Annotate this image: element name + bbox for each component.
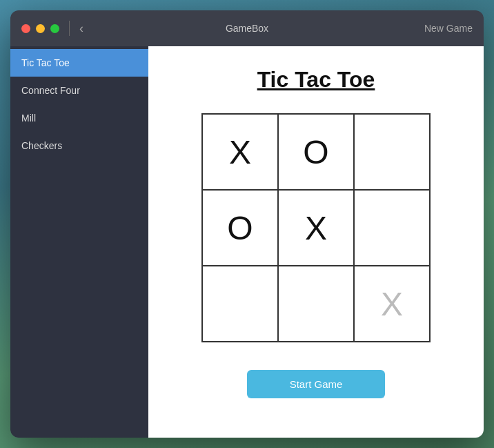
main-layout: Tic Tac Toe Connect Four Mill Checkers T… bbox=[10, 46, 484, 438]
board-cell-3[interactable]: O bbox=[202, 190, 278, 266]
start-game-button[interactable]: Start Game bbox=[247, 370, 385, 398]
board-cell-6[interactable] bbox=[202, 266, 278, 342]
new-game-button[interactable]: New Game bbox=[424, 23, 473, 34]
sidebar-item-mill[interactable]: Mill bbox=[10, 104, 148, 132]
app-title: GameBox bbox=[226, 23, 268, 34]
board-cell-7[interactable] bbox=[278, 266, 354, 342]
titlebar-divider bbox=[69, 21, 70, 36]
board-cell-2[interactable] bbox=[354, 114, 430, 190]
titlebar: ‹ GameBox New Game bbox=[10, 10, 484, 46]
game-board: XOOXX bbox=[201, 113, 431, 342]
game-title: Tic Tac Toe bbox=[257, 67, 375, 92]
board-cell-5[interactable] bbox=[354, 190, 430, 266]
board-cell-4[interactable]: X bbox=[278, 190, 354, 266]
board-cell-0[interactable]: X bbox=[202, 114, 278, 190]
sidebar-item-tic-tac-toe[interactable]: Tic Tac Toe bbox=[10, 49, 148, 77]
game-content: Tic Tac Toe XOOXX Start Game bbox=[148, 46, 484, 438]
maximize-button[interactable] bbox=[50, 24, 59, 33]
minimize-button[interactable] bbox=[36, 24, 45, 33]
traffic-lights bbox=[21, 24, 59, 33]
close-button[interactable] bbox=[21, 24, 30, 33]
sidebar-item-checkers[interactable]: Checkers bbox=[10, 132, 148, 159]
sidebar: Tic Tac Toe Connect Four Mill Checkers bbox=[10, 46, 148, 438]
back-button[interactable]: ‹ bbox=[79, 22, 83, 35]
board-cell-1[interactable]: O bbox=[278, 114, 354, 190]
app-window: ‹ GameBox New Game Tic Tac Toe Connect F… bbox=[10, 10, 484, 438]
board-cell-8[interactable]: X bbox=[354, 266, 430, 342]
sidebar-item-connect-four[interactable]: Connect Four bbox=[10, 77, 148, 104]
